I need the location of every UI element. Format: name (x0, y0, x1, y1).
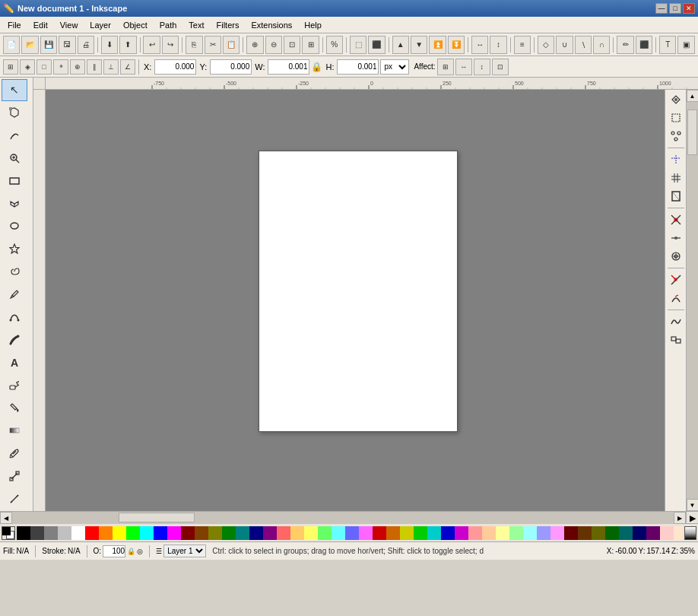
tool-3d-box[interactable] (2, 192, 27, 214)
snap-guide-button2[interactable] (668, 151, 684, 168)
layer-selector[interactable]: Layer 1 (163, 545, 206, 557)
tool-selector[interactable]: ↖ (2, 79, 27, 101)
color-swatch[interactable] (674, 526, 683, 540)
import-button[interactable]: ⬇ (101, 36, 118, 54)
color-swatch[interactable] (509, 526, 523, 540)
open-button[interactable]: 📂 (21, 36, 38, 54)
tool-bezier[interactable] (2, 306, 27, 328)
cut-button[interactable]: ✂ (205, 36, 221, 54)
node-editor-button[interactable]: ◇ (538, 36, 554, 54)
snap-node-button[interactable]: ◈ (20, 59, 35, 75)
color-swatch[interactable] (455, 526, 468, 540)
menu-layer[interactable]: Layer (84, 19, 117, 31)
color-swatch[interactable] (578, 526, 592, 540)
saveas-button[interactable]: 🖫 (59, 36, 75, 54)
color-swatch[interactable] (605, 526, 619, 540)
affect-all-button[interactable]: ⊡ (492, 59, 509, 75)
tool-tweak[interactable] (2, 125, 27, 147)
group-button[interactable]: ⬚ (350, 36, 366, 54)
snap-perp-button2[interactable] (668, 271, 684, 288)
zoom-out-button[interactable]: ⊖ (265, 36, 282, 54)
color-swatch[interactable] (99, 526, 113, 540)
lock-icon[interactable]: 🔒 (311, 62, 322, 72)
print-button[interactable]: 🖨 (78, 36, 94, 54)
tool-gradient[interactable] (2, 420, 27, 442)
path-inter-button[interactable]: ∩ (593, 36, 610, 54)
color-swatch[interactable] (359, 526, 373, 540)
color-swatch[interactable] (195, 526, 208, 540)
ungroup-button[interactable]: ⬛ (368, 36, 385, 54)
color-swatch[interactable] (30, 526, 44, 540)
affect-bbox-button[interactable]: ⊞ (437, 59, 454, 75)
menu-filters[interactable]: Filters (211, 19, 246, 31)
paste-button[interactable]: 📋 (223, 36, 240, 54)
snap-page-button[interactable] (668, 188, 684, 205)
menu-path[interactable]: Path (154, 19, 183, 31)
snap-path-button[interactable]: ⌖ (53, 59, 68, 75)
path-diff-button[interactable]: ∖ (575, 36, 592, 54)
flip-v-button[interactable]: ↕ (490, 36, 506, 54)
color-swatch[interactable] (537, 526, 550, 540)
color-swatch[interactable] (660, 526, 674, 540)
opacity-input[interactable] (103, 545, 125, 557)
snap-guide-button[interactable]: ∥ (87, 59, 102, 75)
lower-button[interactable]: ▼ (411, 36, 427, 54)
color-swatch[interactable] (332, 526, 345, 540)
color-swatch[interactable] (633, 526, 646, 540)
snap-grid-button[interactable]: ⊞ (3, 59, 18, 75)
color-swatch[interactable] (386, 526, 400, 540)
scroll-h-thumb[interactable] (119, 513, 195, 522)
color-swatch[interactable] (181, 526, 195, 540)
align-button[interactable]: ≡ (514, 36, 531, 54)
zoom-in-button[interactable]: ⊕ (246, 36, 263, 54)
snap-perp-button[interactable]: ⊥ (103, 59, 119, 75)
scroll-v-track[interactable] (687, 102, 699, 499)
snap-tan-button[interactable]: ∠ (120, 59, 135, 75)
redo-button[interactable]: ↪ (162, 36, 179, 54)
color-swatch[interactable] (154, 526, 167, 540)
color-swatch[interactable] (550, 526, 564, 540)
snap-center-button[interactable]: ⊕ (70, 59, 85, 75)
snap-nodes-button[interactable] (668, 128, 684, 144)
menu-text[interactable]: Text (182, 19, 210, 31)
color-swatch[interactable] (236, 526, 249, 540)
scroll-right-button[interactable]: ▶ (674, 512, 686, 524)
color-swatch[interactable] (113, 526, 126, 540)
unit-selector[interactable]: pxmmcminpt (380, 59, 409, 75)
menu-edit[interactable]: Edit (27, 19, 54, 31)
tool-calligraphy[interactable] (2, 329, 27, 351)
color-swatch[interactable] (208, 526, 222, 540)
color-swatch[interactable] (290, 526, 304, 540)
tool-spiral[interactable] (2, 261, 27, 283)
color-swatch[interactable] (441, 526, 455, 540)
vertical-scrollbar[interactable]: ▲ ▼ (686, 90, 698, 511)
menu-extensions[interactable]: Extensions (245, 19, 298, 31)
fill-button[interactable]: ⬛ (636, 36, 652, 54)
tool-pencil[interactable] (2, 284, 27, 306)
color-swatch[interactable] (496, 526, 509, 540)
tool-zoom[interactable] (2, 148, 27, 170)
color-swatch[interactable] (427, 526, 441, 540)
color-swatch[interactable] (263, 526, 277, 540)
menu-view[interactable]: View (54, 19, 84, 31)
color-swatch[interactable] (71, 526, 85, 540)
snap-grid-button2[interactable] (668, 170, 684, 186)
w-input[interactable] (268, 59, 309, 75)
h-input[interactable] (337, 59, 379, 75)
path-union-button[interactable]: ∪ (556, 36, 573, 54)
color-swatch[interactable] (564, 526, 578, 540)
tool-measure[interactable] (2, 487, 27, 510)
tool-bucket[interactable] (2, 397, 27, 419)
scroll-v-thumb[interactable] (687, 110, 697, 155)
export-button[interactable]: ⬆ (119, 36, 136, 54)
snap-center-button2[interactable] (668, 248, 684, 265)
snap-midpoint-button[interactable] (668, 230, 684, 246)
snap-smooth-button[interactable] (668, 313, 684, 330)
tool-node-editor[interactable] (2, 102, 27, 124)
color-swatch[interactable] (592, 526, 605, 540)
bottom-button[interactable]: ⏬ (448, 36, 465, 54)
snap-bbox-button[interactable]: □ (36, 59, 52, 75)
color-swatch[interactable] (345, 526, 359, 540)
title-controls[interactable]: — □ ✕ (655, 3, 695, 14)
color-swatch[interactable] (140, 526, 154, 540)
